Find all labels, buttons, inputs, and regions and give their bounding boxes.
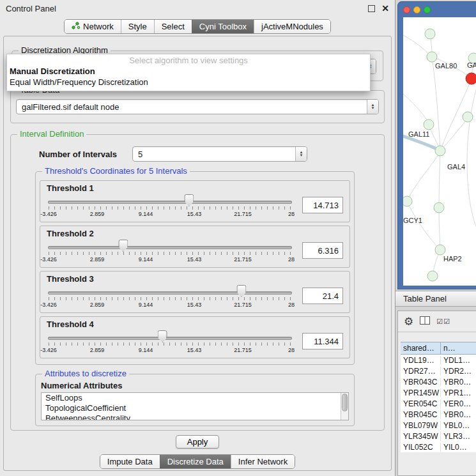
threshold-2-slider[interactable]: -3.4262.8599.14415.4321.71528 <box>47 239 293 267</box>
network-node-hap2[interactable] <box>435 245 445 255</box>
slider-thumb[interactable] <box>158 330 167 342</box>
popup-item-equal-width[interactable]: Equal Width/Frequency Discretization <box>7 77 370 88</box>
cell[interactable]: YPR1… <box>441 388 476 397</box>
tab-jactivemnodules[interactable]: jActiveMNodules <box>254 20 330 33</box>
list-item[interactable]: TopologicalCoefficient <box>42 403 348 413</box>
table-row[interactable]: YBR045CYBR0… <box>401 409 476 420</box>
interval-definition-group-title: Interval Definition <box>17 129 86 139</box>
node-label-gal4: GAL4 <box>447 163 465 171</box>
cell[interactable]: YLR345W <box>401 432 441 441</box>
tick-label: 15.43 <box>187 347 202 353</box>
scrollbar-thumb[interactable] <box>342 394 348 411</box>
cell[interactable]: YER0… <box>441 399 476 408</box>
number-of-intervals-label: Number of Intervals <box>39 150 117 159</box>
threshold-2-label: Threshold 2 <box>47 229 343 238</box>
tab-discretize-data-label: Discretize Data <box>167 457 224 466</box>
numerical-attributes-list[interactable]: SelfLoops TopologicalCoefficient Between… <box>41 392 349 420</box>
popup-item-manual-discretization[interactable]: Manual Discretization <box>7 66 370 77</box>
tick-label: 21.715 <box>234 211 252 217</box>
cell[interactable]: YBR045C <box>401 410 441 419</box>
table-row[interactable]: YBR043CYBR0… <box>401 376 476 387</box>
network-view-window: GAL80 GA GAL11 GAL4 GCY1 HAP2 <box>397 1 476 289</box>
tab-discretize-data[interactable]: Discretize Data <box>160 455 231 468</box>
cell[interactable]: YBR0… <box>441 410 476 419</box>
slider-thumb[interactable] <box>236 285 246 297</box>
table-data-select[interactable]: galFiltered.sif default node ▲▼ <box>16 99 379 114</box>
cell[interactable]: YDL1… <box>441 356 476 365</box>
tab-cyni-toolbox[interactable]: Cyni Toolbox <box>192 20 254 33</box>
cell[interactable]: YIL052C <box>401 443 441 452</box>
tick-label: 9.144 <box>139 256 153 263</box>
cell[interactable]: YBR0… <box>441 378 476 387</box>
cell[interactable]: YPR145W <box>401 388 441 397</box>
tick-label: -3.426 <box>40 256 57 263</box>
table-row[interactable]: YER054CYER0… <box>401 398 476 409</box>
tick-label: 21.715 <box>234 302 252 308</box>
network-canvas[interactable]: GAL80 GA GAL11 GAL4 GCY1 HAP2 <box>403 17 476 286</box>
table-row[interactable]: YPR145WYPR1… <box>401 387 476 398</box>
network-node-selected-red[interactable] <box>466 73 476 84</box>
column-header-shared-name[interactable]: shared… <box>401 342 441 354</box>
tick-label: 28 <box>288 256 295 263</box>
table-row[interactable]: YDR27…YDR2… <box>401 365 476 376</box>
tab-impute-data[interactable]: Impute Data <box>100 455 160 468</box>
list-item[interactable]: SelfLoops <box>42 393 348 403</box>
apply-button[interactable]: Apply <box>176 435 220 449</box>
close-window-icon[interactable] <box>403 6 410 13</box>
cell[interactable]: YER054C <box>401 399 441 408</box>
network-node-gal80[interactable] <box>427 52 437 62</box>
threshold-3-slider[interactable]: -3.4262.8599.14415.4321.71528 <box>47 284 293 312</box>
combo-stepper-icon: ▲▼ <box>295 147 307 161</box>
column-header-name[interactable]: n… <box>441 342 476 354</box>
tick-label: 9.144 <box>139 302 153 308</box>
threshold-4-value-field[interactable]: 11.344 <box>302 333 343 349</box>
cell[interactable]: YBL079W <box>401 421 441 430</box>
threshold-3-value-field[interactable]: 21.4 <box>302 288 343 304</box>
cell[interactable]: YBR043C <box>401 378 441 387</box>
slider-thumb[interactable] <box>184 194 194 206</box>
columns-icon[interactable] <box>420 316 430 326</box>
table-row[interactable]: YDL19…YDL1… <box>401 355 476 365</box>
threshold-2-value-field[interactable]: 6.316 <box>302 242 343 259</box>
tick-label: 28 <box>288 347 295 353</box>
zoom-window-icon[interactable] <box>424 6 431 13</box>
minimize-window-icon[interactable] <box>413 6 420 13</box>
list-item[interactable]: BetweennessCentrality <box>42 413 348 420</box>
table-row[interactable]: YLR345WYLR3… <box>401 431 476 441</box>
slider-thumb[interactable] <box>118 240 128 252</box>
cell[interactable]: YDL19… <box>401 356 441 365</box>
control-panel-tabs: Network Style Select Cyni Toolbox jActiv… <box>64 19 331 34</box>
close-icon[interactable]: ✕ <box>381 3 389 13</box>
tab-network[interactable]: Network <box>65 20 121 33</box>
cell[interactable]: YDR27… <box>401 367 441 376</box>
threshold-1-slider[interactable]: -3.4262.8599.14415.4321.71528 <box>47 194 293 222</box>
network-node-gal11[interactable] <box>424 119 434 130</box>
threshold-4-label: Threshold 4 <box>47 319 343 329</box>
select-all-checkbox-icon[interactable]: ☑☑ <box>436 318 450 326</box>
tick-label: 15.43 <box>187 256 202 263</box>
network-node[interactable] <box>427 271 438 281</box>
tab-style[interactable]: Style <box>121 20 154 33</box>
list-scrollbar[interactable] <box>341 393 348 420</box>
gear-icon[interactable]: ⚙ <box>404 316 413 327</box>
threshold-4-slider[interactable]: -3.4262.8599.14415.4321.71528 <box>47 330 293 358</box>
network-node[interactable] <box>434 203 444 213</box>
table-data-select-value: galFiltered.sif default node <box>17 102 367 112</box>
cell[interactable]: YIL0… <box>441 443 476 452</box>
table-row[interactable]: YBL079WYBL0… <box>401 420 476 431</box>
tab-infer-network[interactable]: Infer Network <box>231 455 295 468</box>
network-node-gal4[interactable] <box>435 146 445 156</box>
cell[interactable]: YLR3… <box>441 432 476 441</box>
tab-select[interactable]: Select <box>154 20 192 33</box>
table-row[interactable]: YIL052CYIL0… <box>401 441 476 452</box>
tick-label: 28 <box>288 211 295 217</box>
cell[interactable]: YDR2… <box>441 367 476 376</box>
float-window-icon[interactable] <box>368 5 375 12</box>
cell[interactable]: YBL0… <box>441 421 476 430</box>
network-node-gcy1[interactable] <box>403 196 412 206</box>
network-node[interactable] <box>425 29 435 39</box>
network-node[interactable] <box>463 112 473 122</box>
number-of-intervals-select[interactable]: 5 ▲▼ <box>132 146 307 162</box>
threshold-1-value-field[interactable]: 14.713 <box>302 197 343 213</box>
tick-label: 2.859 <box>90 302 105 308</box>
